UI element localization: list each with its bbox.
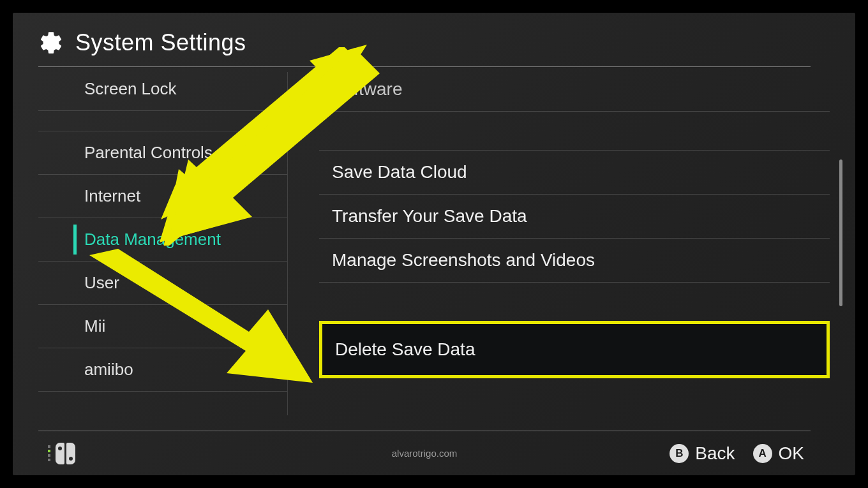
main-gap [319, 112, 830, 150]
main-item-label: Transfer Your Save Data [332, 206, 527, 226]
main-item-label: Software [332, 79, 403, 99]
main-item-save-data-cloud[interactable]: Save Data Cloud [319, 150, 830, 195]
sidebar-item-data-management[interactable]: Data Management [38, 218, 287, 262]
sidebar-item-label: User [84, 273, 119, 292]
sidebar-item-label: Internet [84, 186, 140, 205]
sidebar-item-label: amiibo [84, 360, 133, 379]
sidebar-item-mii[interactable]: Mii [38, 305, 287, 348]
header-bar: System Settings [38, 19, 811, 67]
main-item-delete-save-data[interactable]: Delete Save Data [319, 321, 830, 378]
ok-button-hint[interactable]: A OK [753, 443, 804, 464]
settings-screen: System Settings Screen Lock Parental Con… [13, 13, 855, 475]
back-button-hint[interactable]: B Back [670, 443, 735, 464]
page-title: System Settings [75, 29, 246, 56]
footer-button-hints: B Back A OK [670, 443, 804, 464]
main-item-label: Delete Save Data [335, 339, 475, 359]
watermark-text: alvarotrigo.com [392, 448, 458, 459]
back-label: Back [695, 443, 735, 464]
main-item-manage-screenshots[interactable]: Manage Screenshots and Videos [319, 239, 830, 283]
footer-bar: alvarotrigo.com B Back A OK [38, 431, 811, 475]
sidebar-item-user[interactable]: User [38, 262, 287, 305]
b-button-icon: B [670, 444, 689, 463]
scrollbar-thumb[interactable] [839, 159, 842, 306]
main-panel: Software Save Data Cloud Transfer Your S… [319, 68, 830, 425]
sidebar-item-parental-controls[interactable]: Parental Controls [38, 131, 287, 175]
sidebar-separator [38, 111, 287, 131]
sidebar-item-label: Mii [84, 316, 105, 336]
a-button-icon: A [753, 444, 772, 463]
gear-icon [38, 30, 64, 55]
controller-status-icon [48, 443, 75, 464]
main-item-label: Manage Screenshots and Videos [332, 250, 595, 270]
settings-sidebar: Screen Lock Parental Controls Internet D… [38, 68, 287, 422]
main-item-software[interactable]: Software [319, 68, 830, 112]
sidebar-item-amiibo[interactable]: amiibo [38, 348, 287, 392]
sidebar-item-label: Parental Controls [84, 143, 213, 162]
main-item-transfer-save-data[interactable]: Transfer Your Save Data [319, 195, 830, 239]
main-item-label: Save Data Cloud [332, 162, 467, 182]
sidebar-item-screen-lock[interactable]: Screen Lock [38, 68, 287, 111]
sidebar-item-label: Data Management [84, 230, 221, 249]
vertical-divider [287, 72, 288, 415]
sidebar-item-internet[interactable]: Internet [38, 175, 287, 218]
ok-label: OK [779, 443, 804, 464]
sidebar-item-label: Screen Lock [84, 79, 177, 98]
